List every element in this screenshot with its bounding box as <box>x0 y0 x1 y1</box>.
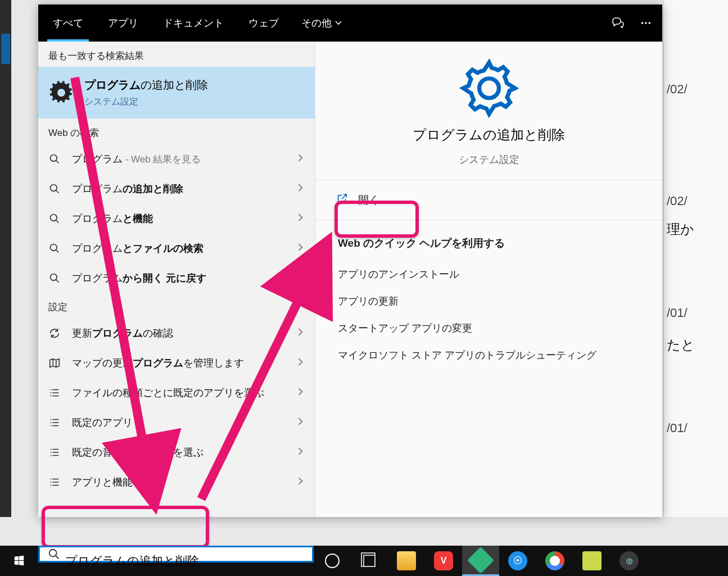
svg-line-6 <box>56 190 59 193</box>
chevron-right-icon <box>297 477 305 487</box>
quick-help-header: Web のクイック ヘルプを利用する <box>338 236 640 251</box>
folder-icon <box>397 551 416 570</box>
best-match-subtitle: システム設定 <box>84 96 208 108</box>
taskbar-search-box[interactable] <box>38 546 314 563</box>
bg-text: たと <box>667 336 695 354</box>
result-label: プログラムから開く 元に戻す <box>72 271 288 285</box>
web-results-header: Web の検索 <box>38 119 315 144</box>
search-icon <box>46 213 63 224</box>
svg-line-10 <box>56 250 59 252</box>
preview-subtitle: システム設定 <box>459 153 519 166</box>
atom-icon: ⊛ <box>620 551 639 570</box>
svg-point-3 <box>51 155 57 161</box>
svg-point-9 <box>51 244 57 251</box>
web-result-row[interactable]: プログラムから開く 元に戻す <box>38 263 315 293</box>
tab-more[interactable]: その他 <box>291 4 352 42</box>
taskbar-app-notes[interactable] <box>573 546 611 576</box>
chevron-right-icon <box>297 328 305 338</box>
result-label: 既定のアプリ <box>72 416 288 429</box>
search-icon <box>46 243 63 254</box>
taskbar: プログラムの追加と削除 V ⦿ ⊛ <box>0 546 728 576</box>
bg-text: /02/ <box>667 194 688 208</box>
tab-all[interactable]: すべて <box>40 4 96 42</box>
app-icon <box>467 546 494 573</box>
chevron-right-icon <box>297 388 305 398</box>
result-label: ファイルの種類ごとに既定のアプリを選ぶ <box>72 386 288 400</box>
svg-point-11 <box>51 274 57 280</box>
result-label: プログラムとファイルの検索 <box>72 242 288 255</box>
search-icon <box>46 273 63 284</box>
settings-result-row[interactable]: 更新プログラムの確認 <box>38 318 315 348</box>
gear-icon <box>48 80 74 106</box>
open-icon <box>336 193 348 207</box>
taskbar-app-chrome[interactable] <box>536 546 573 576</box>
settings-result-row[interactable]: アプリと機能 <box>38 467 315 497</box>
result-label: プログラムの追加と削除 <box>72 182 288 196</box>
bg-text: /01/ <box>667 421 688 436</box>
circle-icon <box>325 554 340 568</box>
refresh-icon <box>46 327 63 339</box>
svg-point-5 <box>51 184 57 191</box>
svg-point-2 <box>649 22 651 24</box>
search-icon <box>48 548 60 560</box>
search-icon <box>46 183 63 194</box>
chevron-right-icon <box>297 418 305 428</box>
cortana-button[interactable] <box>314 546 351 576</box>
gear-icon <box>458 57 520 119</box>
list-icon <box>46 446 63 459</box>
list-icon <box>46 416 63 429</box>
chrome-icon <box>545 551 564 570</box>
quick-help-link[interactable]: マイクロソフト ストア アプリのトラブルシューティング <box>338 342 640 369</box>
taskbar-app-vivaldi[interactable]: V <box>425 546 462 576</box>
result-label: アプリと機能 <box>72 475 288 489</box>
settings-result-row[interactable]: 既定の音楽プレーヤーを選ぶ <box>38 437 315 467</box>
svg-line-16 <box>56 556 59 559</box>
taskbar-app-maps[interactable]: ⦿ <box>499 546 536 576</box>
taskbar-app-explorer[interactable] <box>388 546 425 576</box>
web-result-row[interactable]: プログラムの追加と削除 <box>38 174 315 203</box>
quick-help-link[interactable]: アプリのアンインストール <box>338 261 640 288</box>
taskbar-app-atom[interactable]: ⊛ <box>611 546 648 576</box>
best-match-result[interactable]: プログラムの追加と削除 システム設定 <box>38 67 315 119</box>
background-left-strip <box>0 0 11 517</box>
web-result-row[interactable]: プログラム - Web 結果を見る <box>38 144 315 174</box>
task-view-icon <box>363 555 376 567</box>
settings-result-row[interactable]: マップの更新プログラムを管理します <box>38 348 315 378</box>
feedback-icon[interactable] <box>604 4 632 42</box>
settings-result-row[interactable]: 既定のアプリ <box>38 407 315 437</box>
search-filter-tabs: すべて アプリ ドキュメント ウェブ その他 <box>38 4 662 42</box>
svg-point-15 <box>49 550 57 557</box>
web-result-row[interactable]: プログラムとファイルの検索 <box>38 233 315 263</box>
chevron-right-icon <box>297 358 305 368</box>
start-button[interactable] <box>0 546 38 576</box>
open-label: 開く <box>358 193 379 207</box>
chevron-right-icon <box>297 214 305 224</box>
search-icon <box>46 153 63 165</box>
taskbar-app-active[interactable] <box>462 546 499 576</box>
task-view-button[interactable] <box>351 546 388 576</box>
chevron-right-icon <box>297 447 305 457</box>
more-options-icon[interactable] <box>632 4 660 42</box>
search-preview-pane: プログラムの追加と削除 システム設定 開く Web のクイック ヘルプを利用する… <box>315 42 662 517</box>
web-result-row[interactable]: プログラムと機能 <box>38 203 315 233</box>
vivaldi-icon: V <box>434 551 453 570</box>
taskbar-search-input[interactable] <box>66 547 304 561</box>
bg-text: 理か <box>667 220 694 238</box>
svg-line-4 <box>56 160 59 163</box>
result-label: 更新プログラムの確認 <box>72 326 288 340</box>
map-icon <box>46 357 63 369</box>
result-label: 既定の音楽プレーヤーを選ぶ <box>72 446 288 459</box>
quick-help-link[interactable]: スタートアップ アプリの変更 <box>338 315 640 342</box>
best-match-title: プログラムの追加と削除 <box>84 78 208 93</box>
tab-documents[interactable]: ドキュメント <box>151 4 236 42</box>
settings-result-row[interactable]: ファイルの種類ごとに既定のアプリを選ぶ <box>38 378 315 407</box>
chevron-down-icon <box>335 20 342 26</box>
tab-apps[interactable]: アプリ <box>96 4 151 42</box>
open-button[interactable]: 開く <box>315 180 662 220</box>
bg-text: /02/ <box>667 82 688 97</box>
tab-web[interactable]: ウェブ <box>236 4 291 42</box>
svg-point-0 <box>641 22 644 24</box>
tab-more-label: その他 <box>301 16 332 30</box>
svg-line-12 <box>56 279 59 282</box>
quick-help-link[interactable]: アプリの更新 <box>338 288 640 315</box>
